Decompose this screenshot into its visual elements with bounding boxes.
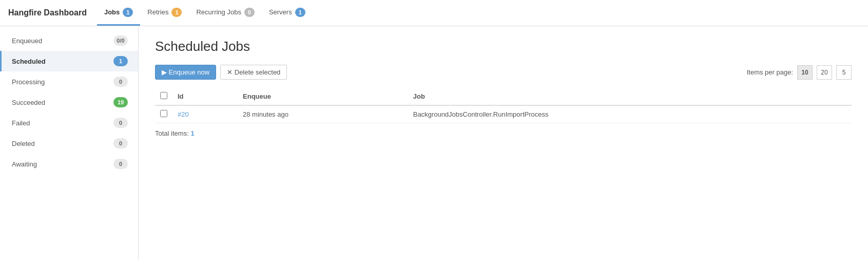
sidebar: Enqueued 0/0 Scheduled 1 Processing 0 Su… <box>0 26 139 260</box>
select-all-checkbox[interactable] <box>160 92 167 99</box>
sidebar-item-scheduled[interactable]: Scheduled 1 <box>0 51 138 71</box>
total-count: 1 <box>190 129 194 137</box>
toolbar: ▶ Enqueue now ✕ Delete selected <box>155 65 287 80</box>
job-method: BackgroundJobsController.RunImportProces… <box>408 105 852 123</box>
jobs-table: Id Enqueue Job #20 28 minutes ago Backgr… <box>155 88 852 123</box>
sidebar-enqueued-badge: 0/0 <box>113 35 128 46</box>
sidebar-succeeded-badge: 19 <box>113 97 128 107</box>
sidebar-item-failed[interactable]: Failed 0 <box>0 113 138 133</box>
main-content: Scheduled Jobs ▶ Enqueue now ✕ Delete se… <box>139 26 868 260</box>
tab-recurring-jobs-badge: 0 <box>244 8 255 17</box>
col-job: Job <box>408 88 852 105</box>
pager-5[interactable]: 5 <box>836 65 852 80</box>
sidebar-item-processing[interactable]: Processing 0 <box>0 71 138 92</box>
sidebar-scheduled-badge: 1 <box>113 56 128 66</box>
tab-recurring-jobs[interactable]: Recurring Jobs 0 <box>189 0 261 26</box>
sidebar-succeeded-label: Succeeded <box>12 99 45 106</box>
sidebar-failed-label: Failed <box>12 119 30 127</box>
delete-selected-button[interactable]: ✕ Delete selected <box>220 65 287 80</box>
items-per-page-label: Items per page: <box>747 68 793 76</box>
sidebar-failed-badge: 0 <box>113 118 128 128</box>
tab-servers-badge: 1 <box>295 8 305 17</box>
sidebar-deleted-label: Deleted <box>12 140 35 147</box>
sidebar-item-deleted[interactable]: Deleted 0 <box>0 133 138 154</box>
col-id: Id <box>172 88 238 105</box>
table-row: #20 28 minutes ago BackgroundJobsControl… <box>155 105 852 123</box>
sidebar-awaiting-badge: 0 <box>113 159 128 169</box>
nav-tabs: Jobs 1 Retries 1 Recurring Jobs 0 Server… <box>97 0 313 26</box>
tab-retries-badge: 1 <box>171 8 182 17</box>
pager-20[interactable]: 20 <box>817 65 832 80</box>
tab-servers-label: Servers <box>269 8 292 16</box>
sidebar-enqueued-label: Enqueued <box>12 37 42 45</box>
job-id-link[interactable]: #20 <box>178 110 189 118</box>
sidebar-processing-label: Processing <box>12 78 45 86</box>
pager-10[interactable]: 10 <box>797 65 813 80</box>
tab-jobs-badge: 1 <box>123 8 133 17</box>
items-per-page-container: Items per page: 10 20 5 <box>747 65 852 80</box>
total-items-label: Total items: <box>155 129 189 137</box>
sidebar-processing-badge: 0 <box>113 77 128 87</box>
total-items: Total items: 1 <box>155 129 852 137</box>
tab-jobs[interactable]: Jobs 1 <box>97 0 140 26</box>
tab-recurring-jobs-label: Recurring Jobs <box>196 8 241 16</box>
sidebar-awaiting-label: Awaiting <box>12 160 37 168</box>
enqueue-now-button[interactable]: ▶ Enqueue now <box>155 65 216 80</box>
sidebar-scheduled-label: Scheduled <box>12 58 46 65</box>
page-title: Scheduled Jobs <box>155 39 852 54</box>
row-checkbox[interactable] <box>160 110 167 117</box>
sidebar-item-succeeded[interactable]: Succeeded 19 <box>0 92 138 113</box>
col-enqueue: Enqueue <box>238 88 408 105</box>
sidebar-deleted-badge: 0 <box>113 138 128 148</box>
table-header-row: Id Enqueue Job <box>155 88 852 105</box>
sidebar-item-awaiting[interactable]: Awaiting 0 <box>0 154 138 174</box>
tab-servers[interactable]: Servers 1 <box>262 0 313 26</box>
tab-jobs-label: Jobs <box>104 8 120 16</box>
tab-retries-label: Retries <box>147 8 168 16</box>
tab-retries[interactable]: Retries 1 <box>140 0 189 26</box>
sidebar-item-enqueued[interactable]: Enqueued 0/0 <box>0 30 138 51</box>
job-enqueue-time: 28 minutes ago <box>238 105 408 123</box>
brand-title: Hangfire Dashboard <box>8 8 87 17</box>
